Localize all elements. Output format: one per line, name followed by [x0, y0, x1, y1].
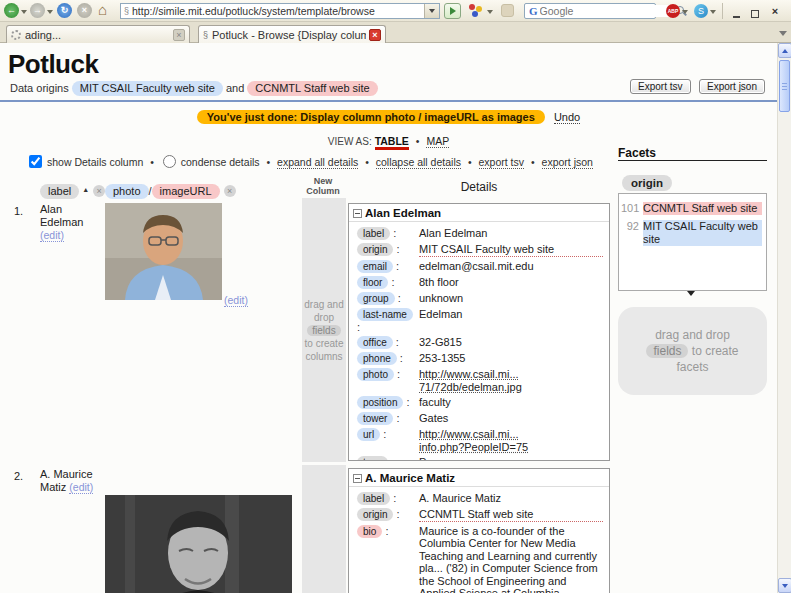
facet-count: 101 [621, 202, 643, 215]
view-table-link[interactable]: TABLE [375, 135, 409, 150]
view-as-row: VIEW AS: TABLE • MAP [0, 135, 777, 147]
field-pill[interactable]: position [357, 396, 403, 409]
export-tsv-link[interactable]: export tsv [479, 156, 525, 169]
edit-photo-link[interactable]: (edit) [224, 294, 248, 307]
reload-icon[interactable]: ↻ [57, 3, 72, 18]
search-box[interactable]: G [524, 3, 656, 19]
forward-dropdown-icon[interactable] [47, 10, 53, 14]
separator: • [531, 156, 535, 168]
web-search-input[interactable] [540, 5, 675, 17]
tags-icon[interactable] [469, 4, 483, 18]
collapse-details-icon[interactable] [353, 474, 362, 483]
collapse-details-icon[interactable] [353, 209, 362, 218]
field-pill[interactable]: bio [357, 525, 382, 538]
field-pill[interactable]: label [357, 227, 390, 240]
url-input[interactable] [132, 5, 424, 17]
origin-pill-ccnmtl[interactable]: CCNMTL Staff web site [247, 81, 377, 96]
edit-label-link[interactable]: (edit) [40, 229, 64, 242]
forward-icon[interactable]: → [30, 3, 45, 18]
export-json-button[interactable]: Export json [699, 79, 765, 94]
view-map-link[interactable]: MAP [426, 135, 449, 148]
go-button[interactable] [444, 3, 461, 19]
toolbar-divider [722, 3, 723, 19]
scrollbar-thumb[interactable] [779, 60, 790, 112]
field-pill[interactable]: group [357, 292, 395, 305]
detail-field-row: bio : Maurice is a co-founder of the Col… [357, 525, 603, 593]
tab-close-icon[interactable]: × [173, 29, 185, 41]
export-json-link[interactable]: export json [542, 156, 593, 169]
origin-facet-pill[interactable]: origin [622, 175, 672, 191]
detail-field-row: photo : http://www.csail.mi... 71/72db/e… [357, 368, 603, 393]
header-divider [0, 100, 777, 102]
adblock-dropdown-icon[interactable] [682, 10, 688, 14]
portrait-photo [105, 203, 222, 300]
field-pill[interactable]: type [357, 456, 388, 461]
facet-value-label[interactable]: CCNMTL Staff web site [643, 202, 762, 215]
field-pill[interactable]: floor [357, 276, 388, 289]
field-pill[interactable]: phone [357, 352, 397, 365]
back-icon[interactable]: ← [4, 3, 19, 18]
export-tsv-button[interactable]: Export tsv [630, 79, 690, 94]
field-value[interactable]: http://www.csail.mi... 71/72db/edelman.j… [419, 368, 603, 393]
field-value[interactable]: http://www.csail.mi... info.php?PeopleID… [419, 428, 603, 453]
imageurl-column-pill[interactable]: imageURL [152, 184, 220, 199]
field-pill[interactable]: tower [357, 412, 393, 425]
field-pill[interactable]: office [357, 336, 393, 349]
facet-options-icon[interactable] [687, 291, 695, 296]
field-value[interactable]: MIT CSAIL Faculty web site [419, 243, 603, 257]
condense-details-radio[interactable] [163, 155, 176, 168]
back-dropdown-icon[interactable] [21, 10, 27, 14]
field-pill[interactable]: last-name [357, 308, 413, 321]
remove-column-icon[interactable]: × [93, 185, 105, 197]
field-pill[interactable]: email [357, 260, 393, 273]
url-bar[interactable]: § [120, 3, 440, 19]
expand-all-details-link[interactable]: expand all details [277, 156, 358, 169]
close-window-button[interactable]: × [768, 4, 782, 18]
show-details-label: show Details column [47, 156, 143, 168]
origin-pill-csail[interactable]: MIT CSAIL Faculty web site [72, 81, 223, 96]
facet-value-row[interactable]: 101 CCNMTL Staff web site [621, 202, 762, 215]
remove-column-icon[interactable]: × [224, 185, 236, 197]
new-column-drop-zone[interactable]: drag and drop fields to create columns [302, 198, 346, 462]
edit-label-link[interactable]: (edit) [69, 481, 93, 494]
photo-column-pill[interactable]: photo [105, 184, 149, 199]
column-header-label: label▲× [40, 181, 105, 199]
tags-dropdown-icon[interactable] [487, 10, 493, 14]
url-history-dropdown-icon[interactable] [424, 4, 439, 18]
scroll-up-icon[interactable] [778, 43, 791, 58]
undo-link[interactable]: Undo [554, 111, 580, 124]
show-details-checkbox[interactable] [29, 155, 42, 168]
tab-loading[interactable]: ading... × [6, 25, 190, 43]
inactive-extension-icon [501, 4, 514, 17]
field-pill[interactable]: url [357, 428, 380, 441]
label-column-pill[interactable]: label [40, 184, 79, 199]
toolbar-extension-icon[interactable]: S [694, 4, 708, 18]
field-pill[interactable]: photo [357, 368, 394, 381]
list-all-tabs-icon[interactable] [779, 31, 787, 36]
sort-ascending-icon[interactable]: ▲ [82, 186, 89, 193]
field-value[interactable]: CCNMTL Staff web site [419, 508, 603, 522]
tab-close-icon[interactable]: × [369, 29, 381, 41]
new-column-drop-zone[interactable] [302, 465, 346, 593]
separator: • [365, 156, 369, 168]
scroll-down-icon[interactable] [778, 578, 791, 593]
facet-value-label[interactable]: MIT CSAIL Faculty web site [643, 220, 762, 246]
extension-dropdown-icon[interactable] [710, 10, 716, 14]
vertical-scrollbar[interactable] [777, 43, 791, 593]
minimize-button[interactable] [729, 4, 743, 18]
restore-button[interactable] [748, 4, 762, 18]
tab-title: ading... [25, 29, 170, 41]
google-logo-icon: G [525, 5, 540, 17]
field-pill[interactable]: origin [357, 243, 393, 256]
home-icon[interactable]: ⌂ [98, 1, 107, 18]
field-pill[interactable]: origin [357, 508, 393, 521]
adblock-icon[interactable]: ABP [666, 4, 680, 18]
portrait-photo [105, 495, 292, 593]
detail-field-row: label : Alan Edelman [357, 227, 603, 240]
collapse-all-details-link[interactable]: collapse all details [376, 156, 461, 169]
facet-drop-zone[interactable]: drag and drop fields to create facets [618, 307, 767, 395]
field-pill[interactable]: label [357, 492, 390, 505]
tab-potluck[interactable]: § Potluck - Browse {Display colum... × [198, 25, 386, 43]
detail-field-row: url : http://www.csail.mi... info.php?Pe… [357, 428, 603, 453]
facet-value-row[interactable]: 92 MIT CSAIL Faculty web site [621, 220, 762, 246]
